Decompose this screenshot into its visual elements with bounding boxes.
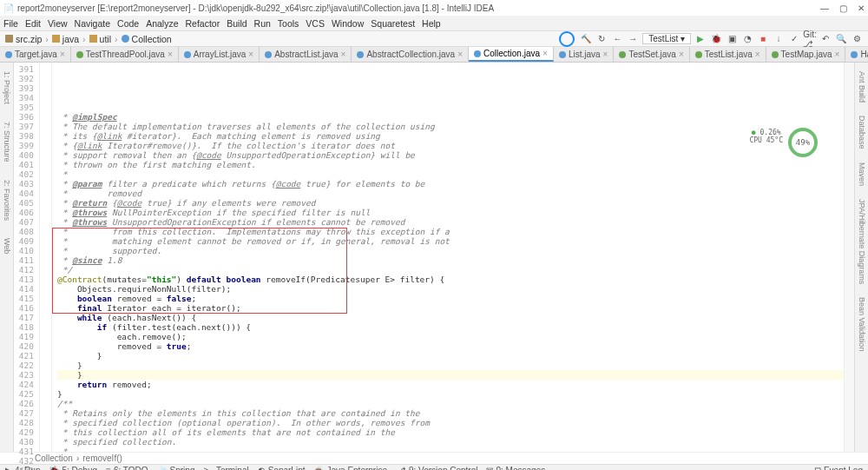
file-tab[interactable]: Collection.java× [469, 47, 554, 62]
tool-window-tab[interactable]: >_Terminal [203, 466, 248, 470]
maximize-button[interactable]: ▢ [839, 3, 847, 13]
code-line[interactable]: * specified collection (optional operati… [57, 418, 844, 427]
tool-button[interactable]: 2: Favorites [3, 180, 11, 221]
code-line[interactable]: @Contract(mutates="this") default boolea… [57, 275, 844, 284]
tool-window-tab[interactable]: 🐞5: Debug [49, 466, 97, 470]
code-line[interactable]: * {@link Iterator#remove()}. If the coll… [57, 141, 844, 150]
menu-code[interactable]: Code [117, 18, 139, 29]
editor-breadcrumb[interactable]: Collection›removeIf() [0, 452, 868, 464]
file-tab[interactable]: TestSet.java× [614, 47, 689, 62]
menu-run[interactable]: Run [254, 18, 271, 29]
right-tool-strip[interactable]: Ant BuildDatabaseMavenJPA/Hibernate Diag… [854, 63, 868, 452]
code-line[interactable]: if (filter.test(each.next())) { [57, 322, 844, 332]
tool-window-tab[interactable]: ◐SonarLint [258, 466, 306, 470]
code-line[interactable]: * @throws NullPointerException if the sp… [57, 208, 844, 217]
file-tab[interactable]: TestMap.java× [766, 47, 846, 62]
search-button[interactable]: 🔍 [835, 33, 847, 45]
menu-analyze[interactable]: Analyze [146, 18, 178, 29]
code-line[interactable]: while (each.hasNext()) { [57, 313, 844, 322]
profiler-gauge[interactable]: 49% [788, 128, 818, 157]
tool-button[interactable]: Web [3, 238, 11, 254]
code-line[interactable]: * Retains only the elements in this coll… [57, 408, 844, 418]
code-line[interactable]: * matching element cannot be removed or … [57, 236, 844, 246]
file-tab[interactable]: AbstractList.java× [260, 47, 352, 62]
close-button[interactable]: ✕ [858, 3, 865, 13]
code-line[interactable]: * specified collection. [57, 437, 844, 447]
menu-navigate[interactable]: Navigate [75, 18, 110, 29]
build-button[interactable]: 🔨 [580, 33, 592, 45]
code-line[interactable]: * @throws UnsupportedOperationException … [57, 217, 844, 227]
menu-window[interactable]: Window [332, 18, 364, 29]
code-line[interactable]: * @param filter a predicate which return… [57, 179, 844, 189]
editor-scrollbar[interactable] [844, 63, 854, 452]
tool-button[interactable]: 7: Structure [3, 122, 11, 162]
close-tab-icon[interactable]: × [679, 50, 684, 59]
minimize-button[interactable]: — [820, 3, 829, 13]
breadcrumb-root[interactable]: src.zip [5, 34, 42, 44]
code-line[interactable]: Objects.requireNonNull(filter); [57, 284, 844, 294]
tool-window-tab[interactable]: ⎇9: Version Control [396, 466, 478, 470]
close-tab-icon[interactable]: × [835, 50, 840, 59]
menu-file[interactable]: File [3, 18, 18, 29]
close-tab-icon[interactable]: × [248, 50, 253, 59]
code-line[interactable]: /** [57, 399, 844, 408]
menu-refactor[interactable]: Refactor [186, 18, 220, 29]
menu-vcs[interactable]: VCS [306, 18, 325, 29]
code-line[interactable]: } [57, 389, 844, 399]
file-tab[interactable]: HashMap.java× [845, 47, 868, 62]
code-editor[interactable]: 49% ● 0.26%CPU 45°C * @implSpec * The de… [52, 63, 844, 452]
code-line[interactable]: final Iterator each = iterator(); [57, 303, 844, 313]
code-line[interactable]: * [57, 447, 844, 452]
menu-build[interactable]: Build [227, 18, 247, 29]
code-line[interactable]: * its {@link #iterator}. Each matching e… [57, 131, 844, 141]
vcs-commit-button[interactable]: ✓ [788, 33, 800, 45]
code-line[interactable]: * removed [57, 189, 844, 198]
code-line[interactable]: * from this collection. Implementations … [57, 227, 844, 236]
file-tab[interactable]: TestThreadPool.java× [71, 47, 179, 62]
code-line[interactable]: } [57, 351, 844, 361]
code-line[interactable]: * [57, 169, 844, 179]
event-log-tab[interactable]: ⊟ Event Log [814, 466, 863, 470]
close-tab-icon[interactable]: × [168, 50, 173, 59]
file-tab[interactable]: List.java× [554, 47, 615, 62]
code-line[interactable]: } [57, 370, 844, 380]
coverage-button[interactable]: ▣ [726, 33, 738, 45]
code-line[interactable]: * this collection all of its elements th… [57, 427, 844, 437]
nav-back-button[interactable]: ← [611, 33, 623, 45]
sync-button[interactable]: ↻ [595, 33, 608, 45]
tool-button[interactable]: 1: Project [3, 71, 11, 104]
settings-button[interactable]: ⚙ [851, 33, 863, 45]
code-line[interactable]: } [57, 361, 844, 370]
run-config-selector[interactable]: TestList ▾ [642, 33, 691, 44]
file-tab[interactable]: TestList.java× [690, 47, 766, 62]
menu-edit[interactable]: Edit [25, 18, 41, 29]
breadcrumb-pkg[interactable]: java [52, 34, 79, 44]
file-tab[interactable]: AbstractCollection.java× [352, 47, 469, 62]
vcs-update-button[interactable]: ↓ [773, 33, 785, 45]
debug-button[interactable]: 🐞 [710, 33, 722, 45]
code-line[interactable]: * The default implementation traverses a… [57, 122, 844, 131]
tool-button[interactable]: Maven [858, 162, 866, 186]
stop-button[interactable]: ■ [757, 33, 769, 45]
smart-search-icon[interactable] [559, 31, 575, 47]
tool-button[interactable]: Database [858, 116, 866, 149]
vcs-revert-button[interactable]: ↶ [819, 33, 832, 45]
run-button[interactable]: ▶ [694, 33, 707, 45]
close-tab-icon[interactable]: × [457, 50, 463, 59]
code-line[interactable]: removed = true; [57, 341, 844, 351]
tool-button[interactable]: Ant Build [858, 71, 866, 103]
code-line[interactable]: * @return {@code true} if any elements w… [57, 198, 844, 208]
left-tool-strip[interactable]: 1: Project7: Structure2: FavoritesWeb [0, 63, 14, 452]
code-line[interactable]: */ [57, 265, 844, 275]
code-line[interactable]: * @since 1.8 [57, 255, 844, 265]
tool-window-tab[interactable]: ☕Java Enterprise [313, 466, 386, 470]
code-line[interactable]: * thrown on the first matching element. [57, 160, 844, 169]
menu-help[interactable]: Help [422, 18, 441, 29]
tool-window-tab[interactable]: 🍃Spring [157, 466, 195, 470]
code-line[interactable]: return removed; [57, 380, 844, 389]
tool-window-tab[interactable]: ≡6: TODO [106, 466, 148, 470]
code-line[interactable]: * @implSpec [57, 112, 844, 122]
close-tab-icon[interactable]: × [341, 50, 346, 59]
menu-view[interactable]: View [48, 18, 68, 29]
nav-fwd-button[interactable]: → [627, 33, 639, 45]
